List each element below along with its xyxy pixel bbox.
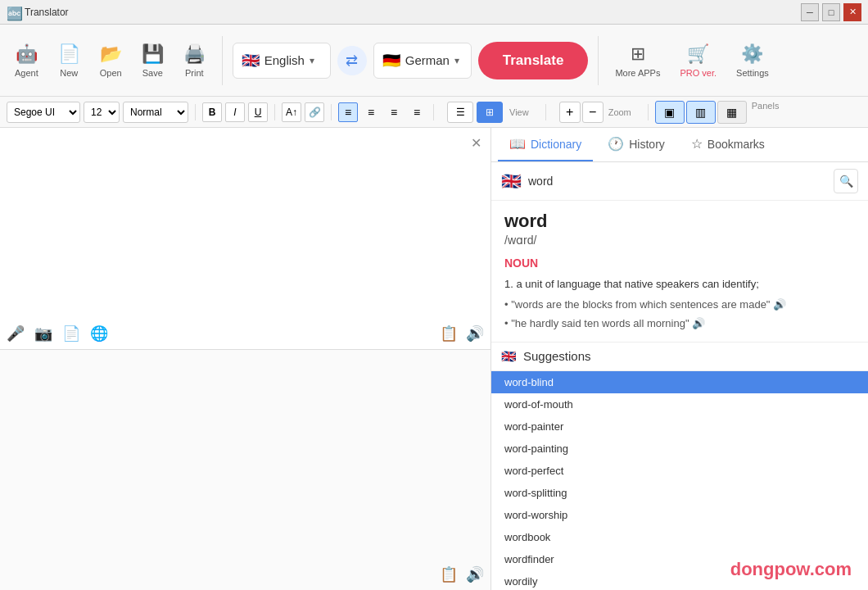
dict-search-button[interactable]: 🔍 xyxy=(834,169,858,193)
dict-word-title: word xyxy=(504,211,855,232)
dict-pronunciation: /wɑrd/ xyxy=(504,234,855,247)
panel-left-button[interactable]: ▣ xyxy=(655,101,685,124)
input-icon-group: 🎤 📷 📄 🌐 xyxy=(7,324,108,343)
settings-icon: ⚙️ xyxy=(741,43,763,65)
format-sep-3 xyxy=(331,104,332,120)
input-bottom-bar: 🎤 📷 📄 🌐 📋 🔊 xyxy=(7,324,484,343)
dict-content: 🇬🇧 🔍 word /wɑrd/ NOUN 1. a unit of langu… xyxy=(491,162,868,590)
suggestion-item[interactable]: wordfinder xyxy=(491,548,868,570)
tab-dictionary[interactable]: 📖 Dictionary xyxy=(498,128,593,161)
view-list-button[interactable]: ☰ xyxy=(447,102,473,123)
view-grid-button[interactable]: ⊞ xyxy=(477,102,503,123)
font-style-select[interactable]: Normal xyxy=(123,102,188,123)
dict-definition-text: 1. a unit of language that native speake… xyxy=(504,276,855,293)
speaker-input-icon[interactable]: 🔊 xyxy=(466,324,484,343)
suggestion-item[interactable]: word-splitting xyxy=(491,482,868,504)
font-size-select[interactable]: 12 xyxy=(84,102,120,123)
agent-tool[interactable]: 🤖 Agent xyxy=(8,40,45,81)
clear-input-button[interactable]: ✕ xyxy=(468,134,484,151)
file-icon[interactable]: 📄 xyxy=(62,324,80,343)
dictionary-tab-icon: 📖 xyxy=(509,136,526,152)
window-controls: ─ □ ✕ xyxy=(801,3,861,21)
microphone-icon[interactable]: 🎤 xyxy=(7,324,25,343)
copy-output-icon[interactable]: 📋 xyxy=(440,565,458,583)
font-size-increase-button[interactable]: A↑ xyxy=(282,102,301,122)
suggestion-item[interactable]: word-blind xyxy=(491,371,868,393)
print-icon: 🖨️ xyxy=(183,43,206,65)
suggestion-item[interactable]: word-painter xyxy=(491,415,868,438)
bookmarks-tab-label: Bookmarks xyxy=(708,138,765,151)
dict-example-2: • "he hardly said ten words all morning"… xyxy=(504,315,855,332)
dict-definition: word /wɑrd/ NOUN 1. a unit of language t… xyxy=(491,201,868,343)
font-link-button[interactable]: 🔗 xyxy=(305,102,324,122)
dict-example-1: • "words are the blocks from which sente… xyxy=(504,297,855,313)
right-panel: 📖 Dictionary 🕐 History ☆ Bookmarks 🇬🇧 🔍 xyxy=(491,128,868,590)
settings-tool[interactable]: ⚙️ Settings xyxy=(730,40,775,81)
suggestion-item[interactable]: word-painting xyxy=(491,438,868,460)
align-right-button[interactable]: ≡ xyxy=(384,102,404,122)
save-tool[interactable]: 💾 Save xyxy=(135,40,170,81)
tab-history[interactable]: 🕐 History xyxy=(596,128,676,161)
open-label: Open xyxy=(100,68,122,78)
panel-split-button[interactable]: ▥ xyxy=(686,101,716,124)
web-icon[interactable]: 🌐 xyxy=(90,324,108,343)
format-sep-4 xyxy=(433,104,434,120)
format-sep-1 xyxy=(195,104,196,120)
translate-button[interactable]: Translate xyxy=(478,42,589,79)
close-button[interactable]: ✕ xyxy=(843,3,861,21)
speaker-output-icon[interactable]: 🔊 xyxy=(466,565,484,583)
print-tool[interactable]: 🖨️ Print xyxy=(177,40,212,81)
copy-input-icon[interactable]: 📋 xyxy=(440,324,458,343)
suggestion-item[interactable]: word-of-mouth xyxy=(491,393,868,415)
source-language-selector[interactable]: 🇬🇧 English ▾ xyxy=(233,43,331,79)
print-label: Print xyxy=(185,68,204,78)
italic-button[interactable]: I xyxy=(225,102,245,122)
align-left-button[interactable]: ≡ xyxy=(338,102,358,122)
pro-tool[interactable]: 🛒 PRO ver. xyxy=(673,40,723,81)
zoom-out-button[interactable]: − xyxy=(582,102,604,123)
app-title: Translator xyxy=(25,7,861,18)
new-label: New xyxy=(60,68,78,78)
align-justify-button[interactable]: ≡ xyxy=(407,102,427,122)
zoom-in-button[interactable]: + xyxy=(559,102,581,123)
underline-button[interactable]: U xyxy=(248,102,268,122)
minimize-button[interactable]: ─ xyxy=(801,3,819,21)
tab-bookmarks[interactable]: ☆ Bookmarks xyxy=(680,128,776,161)
suggestion-item[interactable]: word-worship xyxy=(491,504,868,526)
dict-search-input[interactable] xyxy=(528,175,827,188)
target-language-selector[interactable]: 🇩🇪 German ▾ xyxy=(373,43,472,79)
input-area: ✕ 🎤 📷 📄 🌐 📋 🔊 xyxy=(0,128,491,350)
new-tool[interactable]: 📄 New xyxy=(52,40,87,81)
pro-icon: 🛒 xyxy=(687,43,709,65)
toolbar-divider-1 xyxy=(222,36,223,85)
zoom-group: + − Zoom xyxy=(553,102,641,123)
swap-languages-button[interactable]: ⇄ xyxy=(337,46,367,75)
camera-icon[interactable]: 📷 xyxy=(34,324,52,343)
source-text-input[interactable] xyxy=(0,128,491,349)
save-label: Save xyxy=(142,68,163,78)
target-lang-dropdown-icon: ▾ xyxy=(454,55,459,66)
bookmarks-tab-icon: ☆ xyxy=(691,136,703,152)
output-area: 📋 🔊 xyxy=(0,350,491,591)
maximize-button[interactable]: □ xyxy=(822,3,840,21)
suggestion-item[interactable]: word-perfect xyxy=(491,460,868,482)
suggestion-item[interactable]: wordily xyxy=(491,570,868,590)
panel-group: ▣ ▥ ▦ Panels xyxy=(655,101,783,124)
suggestion-item[interactable]: wordbook xyxy=(491,526,868,548)
panel-right-button[interactable]: ▦ xyxy=(717,101,747,124)
main-area: ✕ 🎤 📷 📄 🌐 📋 🔊 📋 🔊 xyxy=(0,128,868,590)
history-tab-icon: 🕐 xyxy=(608,136,624,152)
bold-button[interactable]: B xyxy=(202,102,222,122)
history-tab-label: History xyxy=(629,138,665,151)
dictionary-tab-label: Dictionary xyxy=(531,138,581,151)
panels-label: Panels xyxy=(752,101,780,124)
target-language-name: German xyxy=(405,53,450,67)
app-icon: 🔤 xyxy=(7,6,20,19)
agent-label: Agent xyxy=(15,68,38,78)
more-apps-tool[interactable]: ⊞ More APPs xyxy=(608,40,667,81)
open-tool[interactable]: 📂 Open xyxy=(93,40,129,81)
font-family-select[interactable]: Segoe UI xyxy=(7,102,80,123)
format-sep-2 xyxy=(274,104,275,120)
align-center-button[interactable]: ≡ xyxy=(361,102,381,122)
format-sep-5 xyxy=(545,104,546,120)
